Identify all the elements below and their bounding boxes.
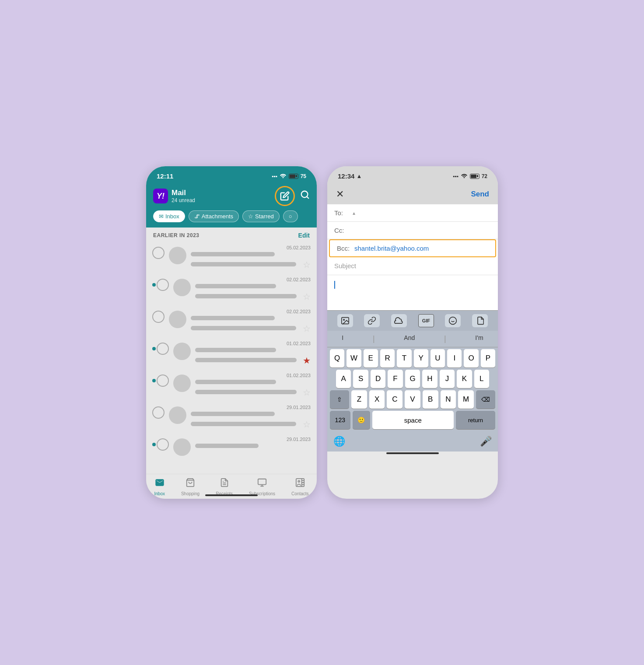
sticker-tool[interactable] <box>445 314 461 327</box>
mail-date: 29.01.2023 <box>287 437 311 442</box>
list-item[interactable]: 05.02.2023 ☆ <box>146 242 317 273</box>
gif-tool[interactable]: GIF <box>418 314 434 327</box>
key-b[interactable]: B <box>423 390 438 409</box>
search-button[interactable] <box>300 190 310 202</box>
key-y[interactable]: Y <box>414 349 428 368</box>
star-icon[interactable]: ☆ <box>303 419 311 430</box>
bcc-value: shantel.brita@yahoo.com <box>354 245 429 252</box>
left-status-icons: ▪▪▪ 75 <box>272 173 306 179</box>
key-h[interactable]: H <box>422 370 437 388</box>
emoji-key[interactable]: 🙂 <box>353 411 370 429</box>
key-a[interactable]: A <box>336 370 351 388</box>
doc-tool[interactable] <box>472 314 488 327</box>
key-r[interactable]: R <box>380 349 395 368</box>
send-button[interactable]: Send <box>471 190 489 199</box>
close-button[interactable]: ✕ <box>336 189 344 200</box>
key-j[interactable]: J <box>440 370 455 388</box>
home-indicator <box>205 494 258 496</box>
key-d[interactable]: D <box>371 370 385 388</box>
key-q[interactable]: Q <box>330 349 344 368</box>
key-s[interactable]: S <box>353 370 368 388</box>
key-p[interactable]: P <box>481 349 495 368</box>
cc-input[interactable] <box>352 227 491 234</box>
star-icon[interactable]: ☆ <box>303 291 311 302</box>
suggestion-1[interactable]: I <box>342 334 343 343</box>
signal-icon: ▪▪▪ <box>272 173 277 179</box>
key-f[interactable]: F <box>388 370 402 388</box>
compose-body[interactable] <box>327 275 498 310</box>
space-key[interactable]: space <box>372 411 454 429</box>
battery-level: 72 <box>482 173 487 179</box>
key-x[interactable]: X <box>369 390 385 409</box>
nav-contacts-label: Contacts <box>291 491 308 496</box>
to-field[interactable]: To: ▴ <box>327 204 498 222</box>
cc-field[interactable]: Cc: <box>327 222 498 239</box>
mail-sender <box>195 380 276 384</box>
key-k[interactable]: K <box>457 370 472 388</box>
star-filled-icon[interactable]: ★ <box>303 355 311 366</box>
to-input[interactable] <box>357 209 491 217</box>
star-icon[interactable]: ☆ <box>303 259 311 270</box>
nav-shopping[interactable]: Shopping <box>181 478 200 496</box>
list-item[interactable]: 29.01.2023 <box>146 433 317 458</box>
mail-select-circle <box>152 311 164 323</box>
return-key[interactable]: return <box>456 411 495 429</box>
nav-inbox[interactable]: Inbox <box>154 478 164 496</box>
key-v[interactable]: V <box>405 390 420 409</box>
compose-button[interactable] <box>275 186 295 206</box>
nav-receipts[interactable]: Receipts <box>216 478 233 496</box>
list-item[interactable]: 29.01.2023 ☆ <box>146 401 317 433</box>
mic-icon[interactable]: 🎤 <box>480 436 492 447</box>
tab-inbox[interactable]: ✉ Inbox <box>153 210 185 222</box>
yahoo-header-actions <box>275 186 310 206</box>
list-item[interactable]: 01.02.2023 ★ <box>146 337 317 369</box>
link-tool[interactable] <box>364 314 380 327</box>
mail-sender <box>195 444 259 448</box>
suggestion-2[interactable]: And <box>404 334 415 343</box>
key-c[interactable]: C <box>387 390 402 409</box>
edit-button[interactable]: Edit <box>298 232 310 239</box>
home-indicator <box>386 452 439 454</box>
backspace-key[interactable]: ⌫ <box>476 390 495 409</box>
star-icon[interactable]: ☆ <box>303 323 311 334</box>
star-icon[interactable]: ☆ <box>303 387 311 398</box>
key-t[interactable]: T <box>397 349 411 368</box>
list-item[interactable]: 01.02.2023 ☆ <box>146 369 317 401</box>
subject-field[interactable]: Subject <box>327 257 498 275</box>
key-n[interactable]: N <box>441 390 456 409</box>
key-u[interactable]: U <box>430 349 445 368</box>
shift-key[interactable]: ⇧ <box>330 390 349 409</box>
key-l[interactable]: L <box>474 370 489 388</box>
bcc-field[interactable]: Bcc: shantel.brita@yahoo.com <box>329 239 496 257</box>
key-g[interactable]: G <box>405 370 420 388</box>
mail-select-circle <box>152 406 164 419</box>
key-w[interactable]: W <box>346 349 361 368</box>
list-item[interactable]: 02.02.2023 ☆ <box>146 273 317 305</box>
tab-attachments[interactable]: 🖇 Attachments <box>189 210 239 222</box>
globe-icon[interactable]: 🌐 <box>333 436 345 447</box>
keyboard-row-4: 123 🙂 space return <box>330 411 495 429</box>
left-phone: 12:11 ▪▪▪ 75 Y! <box>146 166 317 499</box>
tab-starred[interactable]: ☆ Starred <box>242 210 280 222</box>
yahoo-mail-title: Mail <box>172 189 195 197</box>
image-tool[interactable] <box>337 314 353 327</box>
cloud-tool[interactable] <box>391 314 407 327</box>
mail-select-circle <box>157 343 169 355</box>
key-z[interactable]: Z <box>351 390 367 409</box>
key-m[interactable]: M <box>458 390 474 409</box>
key-e[interactable]: E <box>364 349 378 368</box>
nav-subscriptions[interactable]: Subscriptions <box>249 478 275 496</box>
mail-subject <box>195 358 297 362</box>
key-o[interactable]: O <box>464 349 478 368</box>
num-key[interactable]: 123 <box>330 411 350 429</box>
unread-dot <box>152 379 156 382</box>
subject-placeholder: Subject <box>334 262 356 270</box>
nav-contacts[interactable]: Contacts <box>291 478 308 496</box>
keyboard-toolbar: GIF <box>327 310 498 331</box>
key-i[interactable]: I <box>447 349 462 368</box>
svg-point-16 <box>449 317 457 325</box>
list-item[interactable]: 02.02.2023 ☆ <box>146 305 317 337</box>
mail-content: 02.02.2023 ☆ <box>191 309 311 334</box>
suggestion-3[interactable]: I'm <box>475 334 483 343</box>
tab-more[interactable]: ○ <box>283 210 298 222</box>
